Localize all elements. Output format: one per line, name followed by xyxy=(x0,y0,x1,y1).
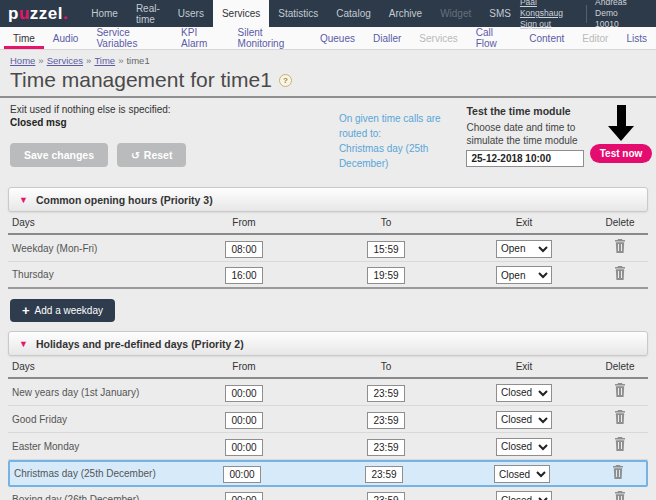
subnav-lists[interactable]: Lists xyxy=(617,27,656,49)
user-separator xyxy=(586,5,587,23)
row-days-label: Boxing day (26th December) xyxy=(8,494,172,500)
breadcrumb-time[interactable]: Time xyxy=(94,55,115,66)
row-days-label: Christmas day (25th December) xyxy=(10,468,170,479)
nav-catalog[interactable]: Catalog xyxy=(327,0,379,27)
to-time-input[interactable] xyxy=(367,439,405,456)
table-row: Weekday (Mon-Fri) Open xyxy=(8,235,648,262)
col-exit: Exit xyxy=(456,361,592,372)
from-time-input[interactable] xyxy=(225,267,263,284)
col-days: Days xyxy=(8,361,172,372)
to-time-input[interactable] xyxy=(367,412,405,429)
nav-sms[interactable]: SMS xyxy=(480,0,520,27)
subnav-kpi-alarm[interactable]: KPI Alarm xyxy=(172,27,228,49)
exit-select[interactable]: Closed xyxy=(494,465,550,483)
help-icon[interactable]: ? xyxy=(279,74,292,87)
services-sub-nav: Time Audio Service Variables KPI Alarm S… xyxy=(0,27,656,50)
row-days-label: Good Friday xyxy=(8,414,172,425)
subnav-call-flow[interactable]: Call Flow xyxy=(467,27,521,49)
col-from: From xyxy=(172,217,316,228)
col-to: To xyxy=(316,361,456,372)
subnav-silent-monitoring[interactable]: Silent Monitoring xyxy=(229,27,311,49)
table-row: New years day (1st January) Closed xyxy=(8,379,648,406)
puzzel-logo[interactable]: puzzel. xyxy=(0,0,82,27)
test-module-block: Test the time module Choose date and tim… xyxy=(466,103,594,171)
subnav-time[interactable]: Time xyxy=(4,27,44,49)
page-title: Time management for time1 xyxy=(10,68,272,92)
from-time-input[interactable] xyxy=(225,439,263,456)
subnav-queues[interactable]: Queues xyxy=(311,27,364,49)
routing-note: On given time calls are routed to: Chris… xyxy=(339,103,467,171)
trash-icon[interactable] xyxy=(614,383,626,401)
table-row: Good Friday Closed xyxy=(8,406,648,433)
test-datetime-input[interactable] xyxy=(466,150,584,167)
exit-select[interactable]: Closed xyxy=(496,411,552,429)
nav-services[interactable]: Services xyxy=(213,0,269,27)
user-name-link[interactable]: Paal Kongshaug xyxy=(520,0,578,19)
title-block: Time management for time1 ? xyxy=(0,66,656,98)
from-time-input[interactable] xyxy=(225,385,263,402)
breadcrumb-services[interactable]: Services xyxy=(47,55,83,66)
col-to: To xyxy=(316,217,456,228)
from-time-input[interactable] xyxy=(223,466,261,483)
down-arrow-icon xyxy=(608,105,634,141)
exit-select[interactable]: Open xyxy=(496,240,552,258)
to-time-input[interactable] xyxy=(367,267,405,284)
nav-users[interactable]: Users xyxy=(169,0,213,27)
default-exit-block: Exit used if nothing else is specified: … xyxy=(10,103,339,171)
exit-select[interactable]: Closed xyxy=(496,384,552,402)
subnav-content[interactable]: Content xyxy=(520,27,573,49)
table-header: Days From To Exit Delete xyxy=(8,212,648,235)
trash-icon[interactable] xyxy=(612,465,624,483)
common-opening-hours-section: ▼ Common opening hours (Priority 3) Days… xyxy=(8,187,648,322)
trash-icon[interactable] xyxy=(614,437,626,455)
nav-real-time[interactable]: Real-time xyxy=(127,0,169,27)
collapse-triangle-icon: ▼ xyxy=(19,339,28,349)
subnav-service-variables[interactable]: Service Variables xyxy=(87,27,172,49)
nav-archive[interactable]: Archive xyxy=(380,0,431,27)
save-changes-button[interactable]: Save changes xyxy=(10,143,108,167)
from-time-input[interactable] xyxy=(225,492,263,500)
to-time-input[interactable] xyxy=(367,241,405,258)
table-row: Boxing day (26th December) Closed xyxy=(8,487,648,500)
to-time-input[interactable] xyxy=(365,466,403,483)
row-days-label: Thursday xyxy=(8,269,172,280)
nav-widget: Widget xyxy=(431,0,480,27)
exit-select[interactable]: Closed xyxy=(496,491,552,500)
exit-select[interactable]: Closed xyxy=(496,438,552,456)
plus-icon: + xyxy=(22,306,30,316)
exit-select[interactable]: Open xyxy=(496,266,552,284)
nav-home[interactable]: Home xyxy=(82,0,127,27)
trash-icon[interactable] xyxy=(614,491,626,500)
trash-icon[interactable] xyxy=(614,239,626,257)
add-weekday-button[interactable]: +Add a weekday xyxy=(10,299,115,322)
reset-button[interactable]: ↺Reset xyxy=(117,143,186,167)
row-days-label: New years day (1st January) xyxy=(8,387,172,398)
col-exit: Exit xyxy=(456,217,592,228)
section-title: Holidays and pre-defined days (Priority … xyxy=(36,338,244,350)
section-header-common-opening-hours[interactable]: ▼ Common opening hours (Priority 3) xyxy=(8,187,648,212)
from-time-input[interactable] xyxy=(225,241,263,258)
action-buttons: Save changes ↺Reset xyxy=(10,143,339,167)
to-time-input[interactable] xyxy=(367,385,405,402)
logo-accent: u xyxy=(19,4,30,24)
trash-icon[interactable] xyxy=(614,410,626,428)
trash-icon[interactable] xyxy=(614,266,626,284)
top-bar: puzzel. Home Real-time Users Services St… xyxy=(0,0,656,27)
section-header-holidays[interactable]: ▼ Holidays and pre-defined days (Priorit… xyxy=(8,331,648,356)
nav-statistics[interactable]: Statistics xyxy=(269,0,327,27)
col-days: Days xyxy=(8,217,172,228)
holidays-section: ▼ Holidays and pre-defined days (Priorit… xyxy=(8,331,648,500)
breadcrumb-separator: » xyxy=(38,55,43,66)
subnav-audio[interactable]: Audio xyxy=(44,27,88,49)
from-time-input[interactable] xyxy=(225,412,263,429)
reset-label: Reset xyxy=(144,149,173,161)
to-time-input[interactable] xyxy=(367,492,405,500)
table-row-selected: Christmas day (25th December) Closed xyxy=(8,460,648,487)
test-now-button[interactable]: Test now xyxy=(590,144,653,163)
breadcrumb-home[interactable]: Home xyxy=(10,55,35,66)
breadcrumb-separator: » xyxy=(118,55,123,66)
col-delete: Delete xyxy=(592,217,648,228)
test-module-title: Test the time module xyxy=(466,105,594,117)
account-info: Andreas Demo 10010 xyxy=(595,0,648,30)
subnav-dialler[interactable]: Dialler xyxy=(364,27,410,49)
